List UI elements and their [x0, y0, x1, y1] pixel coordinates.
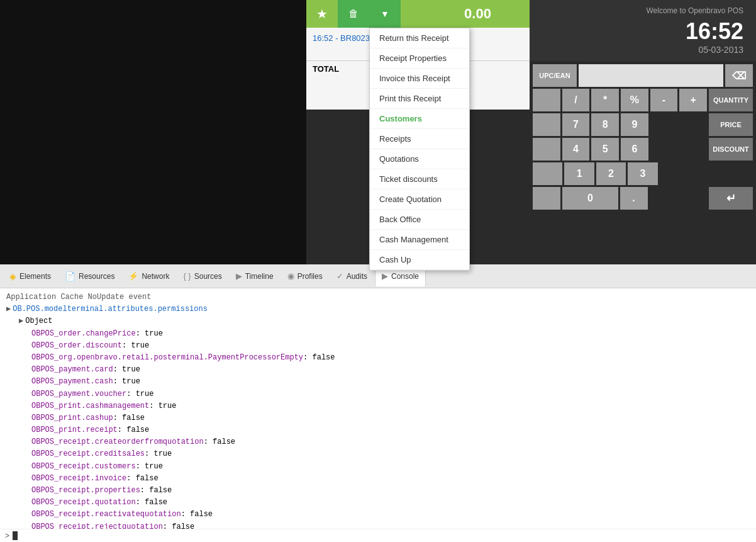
tab-profiles[interactable]: ◉ Profiles [281, 266, 329, 286]
keypad: UPC/EAN ⌫ / * % - + QUANTITY 7 8 9 [530, 61, 756, 215]
dropdown-item[interactable]: Return this Receipt [370, 28, 469, 48]
total-label: TOTAL [313, 64, 339, 74]
console-line: OBPOS_payment.card: true [6, 364, 750, 376]
empty-key-12 [533, 187, 560, 210]
key-3[interactable]: 3 [628, 162, 657, 185]
tab-sources[interactable]: { } Sources [177, 266, 228, 286]
pos-area: ★ 🗑 ▼ 0.00 SCAN BROWSE SEARCH EDIT Retur… [306, 0, 756, 264]
console-line: OBPOS_print.cashup: false [6, 412, 750, 424]
trash-button[interactable]: 🗑 [338, 0, 369, 28]
empty-key-5 [533, 138, 560, 161]
star-button[interactable]: ★ [306, 0, 338, 28]
key-7[interactable]: 7 [562, 113, 590, 136]
tab-audits[interactable]: ✓ Audits [330, 266, 374, 286]
dropdown-item[interactable]: Customers [370, 109, 469, 129]
dropdown-item[interactable]: Print this Receipt [370, 89, 469, 109]
backspace-button[interactable]: ⌫ [725, 64, 753, 87]
plus-key[interactable]: + [679, 89, 707, 111]
console-line: OBPOS_print.receipt: false [6, 424, 750, 436]
empty-key-2 [533, 113, 560, 136]
devtools-panel: ◈ Elements 📄 Resources ⚡ Network { } Sou… [0, 264, 756, 542]
dropdown-item[interactable]: Quotations [370, 149, 469, 169]
clock-area: Welcome to Openbravo POS 16:52 05-03-201… [530, 0, 756, 61]
upc-label: UPC/EAN [533, 64, 577, 87]
console-prompt: > [5, 531, 9, 540]
dropdown-item[interactable]: Receipt Properties [370, 48, 469, 69]
console-line: OBPOS_order.changePrice: true [6, 328, 750, 340]
tree-arrow[interactable]: ▶ [6, 305, 11, 313]
tree-arrow[interactable]: ▶ [19, 317, 23, 325]
key-4[interactable]: 4 [562, 138, 590, 161]
price-key[interactable]: PRICE [709, 113, 753, 136]
dropdown-item[interactable]: Back Office [370, 210, 469, 230]
dropdown-item[interactable]: Invoice this Receipt [370, 69, 469, 89]
row-0: 0 . ↵ [533, 187, 753, 210]
console-line: OBPOS_payment.voucher: true [6, 388, 750, 400]
console-input-row: > [0, 529, 756, 542]
console-line: OBPOS_receipt.customers: true [6, 461, 750, 473]
console-line: OBPOS_receipt.quotation: false [6, 497, 750, 509]
clock-date: 05-03-2013 [542, 45, 743, 55]
row-123: 1 2 3 [533, 162, 753, 185]
dropdown-button[interactable]: ▼ [369, 0, 401, 28]
dropdown-item[interactable]: Ticket discounts [370, 169, 469, 189]
key-5[interactable]: 5 [591, 138, 619, 161]
right-panel: Welcome to Openbravo POS 16:52 05-03-201… [530, 0, 756, 264]
key-1[interactable]: 1 [564, 162, 594, 185]
console-line: OBPOS_receipt.rejectquotation: false [6, 521, 750, 529]
enter-key[interactable]: ↵ [709, 187, 753, 210]
quantity-key[interactable]: QUANTITY [709, 89, 753, 111]
divide-key[interactable]: / [562, 89, 590, 111]
console-line: OBPOS_payment.cash: true [6, 376, 750, 388]
dropdown-menu: Return this ReceiptReceipt PropertiesInv… [369, 28, 470, 271]
clock-time: 16:52 [542, 18, 743, 45]
dropdown-item[interactable]: Receipts [370, 129, 469, 149]
empty-key-8 [533, 162, 562, 185]
console-line: OBPOS_receipt.creditsales: true [6, 448, 750, 460]
console-line: ▶Object [6, 315, 750, 327]
key-9[interactable]: 9 [621, 113, 648, 136]
tab-timeline[interactable]: ▶ Timeline [230, 266, 280, 286]
console-line: OBPOS_org.openbravo.retail.posterminal.P… [6, 352, 750, 364]
row-456: 4 5 6 DISCOUNT [533, 138, 753, 161]
upc-input[interactable] [579, 64, 723, 87]
console-line: OBPOS_receipt.invoice: false [6, 473, 750, 485]
upc-row: UPC/EAN ⌫ [533, 64, 753, 87]
percent-key[interactable]: % [621, 89, 648, 111]
console-line: OBPOS_order.discount: true [6, 340, 750, 352]
key-0[interactable]: 0 [562, 187, 618, 210]
discount-key[interactable]: DISCOUNT [709, 138, 753, 161]
console-cursor [13, 531, 18, 540]
key-8[interactable]: 8 [591, 113, 619, 136]
multiply-key[interactable]: * [591, 89, 619, 111]
key-2[interactable]: 2 [596, 162, 626, 185]
dropdown-item[interactable]: Cash Management [370, 230, 469, 250]
dropdown-item[interactable]: Create Quotation [370, 189, 469, 210]
console-line: OBPOS_print.cashmanagement: true [6, 400, 750, 412]
console-line: Application Cache NoUpdate event [6, 291, 750, 303]
console-line: OBPOS_receipt.reactivatequotation: false [6, 509, 750, 521]
console-line: ▶OB.POS.modelterminal.attributes.permiss… [6, 303, 750, 315]
tab-resources[interactable]: 📄 Resources [58, 266, 121, 286]
key-dot[interactable]: . [620, 187, 648, 210]
left-panel [0, 0, 306, 264]
operator-row: / * % - + QUANTITY [533, 89, 753, 111]
tab-elements[interactable]: ◈ Elements [3, 266, 57, 286]
row-789: 7 8 9 PRICE [533, 113, 753, 136]
key-6[interactable]: 6 [621, 138, 648, 161]
console-output: Application Cache NoUpdate event▶OB.POS.… [0, 288, 756, 529]
dropdown-item[interactable]: Cash Up [370, 250, 469, 270]
minus-key[interactable]: - [650, 89, 678, 111]
console-line: OBPOS_receipt.properties: false [6, 485, 750, 497]
welcome-text: Welcome to Openbravo POS [542, 6, 743, 15]
console-line: OBPOS_receipt.createorderfromquotation: … [6, 436, 750, 448]
empty-key-1 [533, 89, 560, 111]
tab-network[interactable]: ⚡ Network [122, 266, 175, 286]
